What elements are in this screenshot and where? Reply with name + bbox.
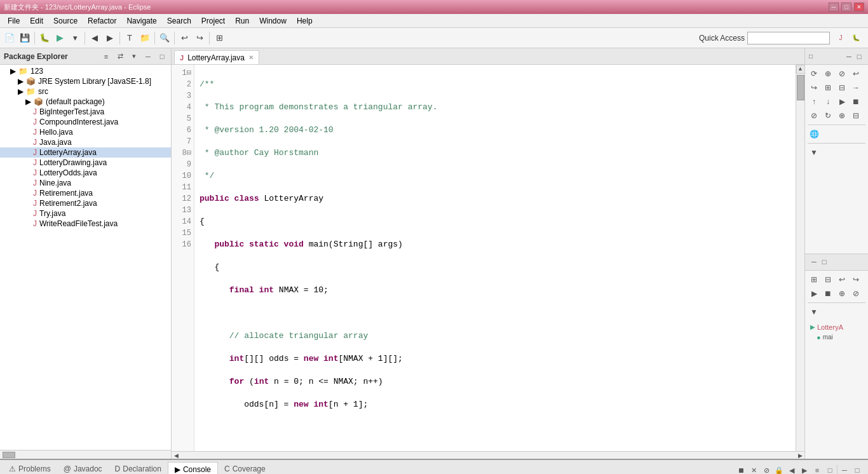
menu-window[interactable]: Window [254, 15, 292, 27]
rp-btn-10[interactable]: ↓ [822, 95, 834, 108]
menu-file[interactable]: File [3, 15, 25, 27]
run-dropdown[interactable]: ▾ [68, 31, 82, 45]
tab-console[interactable]: ▶ Console [168, 462, 218, 474]
tab-declaration[interactable]: D Declaration [109, 462, 168, 474]
rp-b6[interactable]: ⏹ [822, 287, 834, 300]
tree-default-package[interactable]: ▶ 📦 (default package) [0, 97, 171, 107]
rp-btn-9[interactable]: ↑ [808, 95, 820, 108]
minimize-panel-button[interactable]: ─ [143, 51, 153, 62]
menu-help[interactable]: Help [292, 15, 318, 27]
console-display-btn[interactable]: ≡ [811, 464, 823, 474]
rp-btn-16[interactable]: ⊟ [850, 109, 862, 122]
link-editor-button[interactable]: ⇄ [115, 51, 125, 62]
rp-btn-2[interactable]: ⊕ [822, 67, 834, 80]
maximize-button[interactable]: □ [841, 3, 851, 11]
perspective-java[interactable]: J [834, 31, 848, 45]
console-prev-btn[interactable]: ◀ [786, 464, 797, 474]
console-open-btn[interactable]: □ [824, 464, 836, 474]
rp-btn-13[interactable]: ⊘ [808, 109, 820, 122]
rp-b7[interactable]: ⊕ [836, 287, 848, 300]
tree-Nine[interactable]: J Nine.java [0, 178, 171, 188]
scroll-thumb[interactable] [797, 75, 804, 100]
rp-btn-1[interactable]: ⟳ [808, 67, 820, 80]
tree-project-123[interactable]: ▶ 📁 123 [0, 66, 171, 76]
tab-problems[interactable]: ⚠ Problems [3, 462, 57, 474]
console-next-btn[interactable]: ▶ [799, 464, 810, 474]
rp-bottom-maximize[interactable]: □ [819, 257, 829, 267]
rp-b4[interactable]: ↪ [850, 273, 862, 286]
left-scrollbar[interactable] [0, 450, 171, 459]
tree-WriteReadFileTest[interactable]: J WriteReadFileTest.java [0, 219, 171, 229]
menu-navigate[interactable]: Navigate [121, 15, 161, 27]
scroll-up-arrow[interactable]: ▲ [796, 65, 805, 74]
console-remove-btn[interactable]: ✕ [748, 464, 759, 474]
console-stop-btn[interactable]: ⏹ [735, 464, 747, 474]
rp-btn-12[interactable]: ⏹ [850, 95, 862, 108]
minimize-button[interactable]: ─ [829, 3, 839, 11]
menu-source[interactable]: Source [48, 15, 83, 27]
rp-bottom-minimize[interactable]: ─ [809, 257, 819, 267]
hscroll-left[interactable]: ◀ [172, 451, 180, 459]
panel-maximize-btn[interactable]: □ [851, 464, 863, 474]
redo-btn[interactable]: ↪ [193, 31, 207, 45]
rp-maximize[interactable]: □ [854, 51, 864, 62]
rp-b8[interactable]: ⊘ [850, 287, 862, 300]
perspective-btn[interactable]: ⊞ [212, 31, 226, 45]
tree-BigIntegerTest[interactable]: J BigIntegerTest.java [0, 107, 171, 117]
search-btn[interactable]: 🔍 [158, 31, 172, 45]
tree-LotteryOdds[interactable]: J LotteryOdds.java [0, 168, 171, 178]
hscroll-right[interactable]: ▶ [796, 451, 804, 459]
rp-b2[interactable]: ⊟ [822, 273, 834, 286]
perspective-debug[interactable]: 🐛 [849, 31, 863, 45]
menu-edit[interactable]: Edit [25, 15, 48, 27]
new-button[interactable]: 📄 [3, 31, 17, 45]
editor-hscroll[interactable]: ◀ ▶ [172, 451, 804, 459]
rp-btn-8[interactable]: → [850, 81, 862, 94]
rp-down-arrow[interactable]: ▼ [808, 146, 820, 159]
code-editor[interactable]: 1⊟ 2 3 4 5 6 7 8⊟ 9 10 11 12 13 14 15 16… [172, 65, 804, 451]
rp-btn-6[interactable]: ⊞ [822, 81, 834, 94]
tree-Hello[interactable]: J Hello.java [0, 127, 171, 137]
tree-Java[interactable]: J Java.java [0, 137, 171, 147]
collapse-all-button[interactable]: ≡ [101, 51, 111, 62]
rp-minimize[interactable]: ─ [844, 51, 854, 62]
rp-btn-11[interactable]: ▶ [836, 95, 848, 108]
close-button[interactable]: ✕ [854, 3, 864, 11]
debug-button[interactable]: 🐛 [37, 31, 51, 45]
menu-search[interactable]: Search [162, 15, 196, 27]
tree-Retirement[interactable]: J Retirement.java [0, 188, 171, 198]
undo-btn[interactable]: ↩ [177, 31, 191, 45]
rp-tree-item-lottery[interactable]: ▶ LotteryA [808, 322, 865, 332]
tree-Try[interactable]: J Try.java [0, 208, 171, 219]
rp-btn-5[interactable]: ↪ [808, 81, 820, 94]
rp-btn-3[interactable]: ⊘ [836, 67, 848, 80]
menu-refactor[interactable]: Refactor [83, 15, 121, 27]
rp-b1[interactable]: ⊞ [808, 273, 820, 286]
rp-b3[interactable]: ↩ [836, 273, 848, 286]
prev-edit[interactable]: ◀ [88, 31, 102, 45]
code-content[interactable]: /** * This program demonstrates a triang… [194, 65, 796, 451]
maximize-panel-button[interactable]: □ [157, 51, 167, 62]
tree-LotteryDrawing[interactable]: J LotteryDrawing.java [0, 158, 171, 168]
rp-b9[interactable]: ▼ [808, 306, 820, 318]
tree-src[interactable]: ▶ 📁 src [0, 86, 171, 97]
next-edit[interactable]: ▶ [103, 31, 117, 45]
console-clear-btn[interactable]: ⊘ [761, 464, 772, 474]
tree-Retirement2[interactable]: J Retirement2.java [0, 198, 171, 208]
rp-btn-14[interactable]: ↻ [822, 109, 834, 122]
rp-globe[interactable]: 🌐 [808, 128, 820, 140]
rp-b5[interactable]: ▶ [808, 287, 820, 300]
run-button[interactable]: ▶ [53, 31, 67, 45]
menu-project[interactable]: Project [196, 15, 230, 27]
editor-scrollbar[interactable]: ▲ [796, 65, 804, 451]
tree-jre[interactable]: ▶ 📦 JRE System Library [JavaSE-1.8] [0, 76, 171, 86]
tab-close-icon[interactable]: ✕ [248, 54, 254, 61]
quick-access-input[interactable] [747, 32, 830, 44]
tree-CompoundInterest[interactable]: J CompoundInterest.java [0, 117, 171, 127]
panel-menu-button[interactable]: ▾ [129, 51, 139, 62]
rp-btn-15[interactable]: ⊕ [836, 109, 848, 122]
open-type[interactable]: T [123, 31, 137, 45]
console-scroll-lock[interactable]: 🔒 [773, 464, 785, 474]
open-resource[interactable]: 📁 [138, 31, 152, 45]
rp-tree-item-main[interactable]: ● mai [808, 332, 865, 342]
